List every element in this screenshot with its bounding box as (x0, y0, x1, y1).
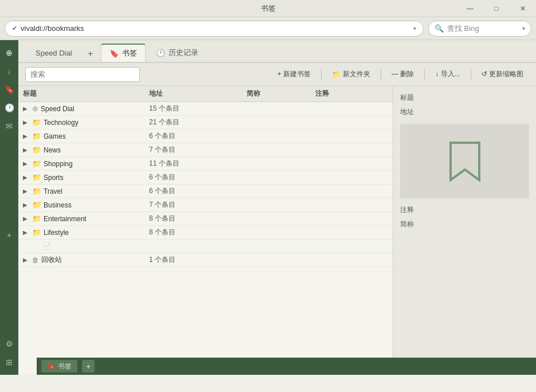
tab-history[interactable]: 🕐 历史记录 (148, 44, 206, 62)
list-item[interactable]: 📄 (18, 240, 393, 253)
lock-icon: ✔ (12, 25, 17, 32)
new-folder-button[interactable]: 📁 新文件夹 (326, 67, 376, 82)
list-item[interactable]: ▶ 📁 News 7 个条目 (18, 143, 393, 157)
delete-button[interactable]: — 删除 (386, 67, 420, 82)
preview-bookmark-svg (448, 140, 482, 183)
bookmark-preview (400, 124, 529, 198)
speeddial-icon: ⊕ (32, 104, 38, 113)
row-title-text: Technology (44, 119, 79, 127)
status-tab-bookmarks[interactable]: 🔖 书签 (41, 360, 77, 373)
row-toggle-icon: ▶ (23, 119, 30, 126)
panel-address-section: 地址 (400, 107, 529, 117)
row-address: 6 个条目 (149, 131, 247, 141)
sidebar-icon-history[interactable]: 🕐 (1, 100, 17, 116)
sidebar-icon-bookmark[interactable]: 🔖 (1, 81, 17, 97)
panel-note-section: 注释 (400, 205, 529, 215)
status-add-button[interactable]: + (82, 360, 95, 373)
panel-title-section: 标题 (400, 93, 529, 103)
col-title-header: 标题 (23, 89, 149, 99)
maximize-button[interactable]: □ (483, 0, 510, 17)
title-bar: 书签 — □ ✕ (0, 0, 536, 17)
row-address: 8 个条目 (149, 228, 247, 237)
bookmark-file-icon: 📄 (44, 242, 52, 250)
search-dropdown-icon[interactable]: ▾ (522, 25, 525, 32)
update-thumbnail-button[interactable]: ↺ 更新缩略图 (476, 67, 529, 82)
sidebar-icon-mail[interactable]: ✉ (1, 118, 17, 134)
toolbar-separator-1 (321, 69, 322, 80)
row-address: 11 个条目 (149, 159, 247, 168)
sidebar-icon-grid[interactable]: ⊞ (1, 354, 17, 370)
address-input[interactable]: ✔ vivaldi://bookmarks ▾ (5, 21, 424, 37)
toolbar-separator-2 (381, 69, 381, 80)
list-item[interactable]: ▶ ⊕ Speed Dial 15 个条目 (18, 102, 393, 116)
url-text: vivaldi://bookmarks (21, 24, 84, 33)
row-title-text: Speed Dial (41, 105, 75, 113)
search-box[interactable]: 🔍 查找 Bing ▾ (428, 21, 531, 37)
row-title-text: Lifestyle (44, 229, 69, 237)
row-address: 7 个条目 (149, 200, 247, 210)
sidebar-icon-settings[interactable]: ⚙ (1, 336, 17, 352)
row-title-text: Travel (44, 187, 62, 195)
tab-history-label: 历史记录 (169, 48, 198, 58)
toolbar-separator-4 (471, 69, 471, 80)
tab-speed-dial[interactable]: Speed Dial (28, 44, 80, 62)
row-toggle-icon: ▶ (23, 202, 30, 208)
history-tab-icon: 🕐 (156, 49, 165, 57)
panel-title-label: 标题 (400, 93, 529, 103)
list-item[interactable]: ▶ 📁 Games 6 个条目 (18, 130, 393, 143)
tab-add-button[interactable]: + (83, 46, 99, 62)
list-item[interactable]: ▶ 🗑 回收站 1 个条目 (18, 253, 393, 267)
row-address: 21 个条目 (149, 117, 247, 127)
list-item[interactable]: ▶ 📁 Business 7 个条目 (18, 198, 393, 212)
list-item[interactable]: ▶ 📁 Travel 6 个条目 (18, 185, 393, 198)
right-panel: 标题 地址 注释 简称 (393, 86, 536, 375)
sidebar-icon-add[interactable]: + (1, 227, 17, 243)
tab-bookmarks-label: 书签 (122, 48, 137, 58)
left-sidebar: ⊕ ↓ 🔖 🕐 ✉ + ⚙ ⊞ (0, 40, 18, 375)
row-address: 7 个条目 (149, 145, 247, 155)
sidebar-icon-download[interactable]: ↓ (1, 63, 17, 79)
new-bookmark-button[interactable]: + 新建书签 (272, 67, 316, 82)
tabs-bar: Speed Dial + 🔖 书签 🕐 历史记录 (18, 40, 536, 63)
list-item[interactable]: ▶ 📁 Entertainment 8 个条目 (18, 212, 393, 226)
list-item[interactable]: ▶ 📁 Sports 6 个条目 (18, 171, 393, 185)
row-toggle-icon: ▶ (23, 188, 30, 194)
row-title-text: News (44, 146, 61, 154)
search-input[interactable] (25, 67, 140, 82)
folder-icon: 📁 (32, 201, 41, 209)
folder-icon: 📁 (32, 187, 41, 195)
panel-note-label: 注释 (400, 205, 529, 215)
folder-icon: 📁 (32, 173, 41, 182)
folder-icon: 📁 (32, 132, 41, 140)
col-note-header: 注释 (315, 89, 388, 99)
panel-short-section: 简称 (400, 219, 529, 229)
row-toggle-icon: ▶ (23, 160, 30, 167)
row-toggle-icon: ▶ (23, 215, 30, 222)
address-dropdown-icon[interactable]: ▾ (413, 25, 416, 32)
row-toggle-icon: ▶ (23, 147, 30, 153)
bookmarks-area: + 新建书签 📁 新文件夹 — 删除 ↓ 导入... ↺ 更新缩略图 标题 地址… (18, 63, 536, 375)
row-toggle-icon: ▶ (23, 133, 30, 139)
tab-bookmarks[interactable]: 🔖 书签 (101, 44, 146, 62)
address-bar: ✔ vivaldi://bookmarks ▾ 🔍 查找 Bing ▾ (0, 17, 536, 40)
list-item[interactable]: ▶ 📁 Technology 21 个条目 (18, 116, 393, 130)
window-controls: — □ ✕ (457, 0, 536, 17)
main-content: Speed Dial + 🔖 书签 🕐 历史记录 + 新建书签 📁 新文件夹 —… (18, 40, 536, 375)
list-item[interactable]: ▶ 📁 Shopping 11 个条目 (18, 157, 393, 171)
close-button[interactable]: ✕ (510, 0, 536, 17)
row-address: 8 个条目 (149, 214, 247, 224)
minimize-button[interactable]: — (457, 0, 483, 17)
import-button[interactable]: ↓ 导入... (429, 67, 465, 82)
row-title-text: Business (44, 201, 72, 209)
list-item[interactable]: ▶ 📁 Lifestyle 8 个条目 (18, 226, 393, 240)
folder-icon: 📁 (32, 228, 41, 237)
row-title-text: 回收站 (41, 255, 62, 265)
status-tab-label: 书签 (58, 362, 72, 371)
search-placeholder: 查找 Bing (447, 23, 479, 34)
sidebar-icon-speeddial[interactable]: ⊕ (1, 45, 17, 61)
row-title-text: Games (44, 132, 66, 140)
row-toggle-icon: ▶ (23, 174, 30, 181)
list-header: 标题 地址 简称 注释 (18, 86, 393, 102)
row-address: 15 个条目 (149, 104, 247, 113)
row-title-text: Shopping (44, 160, 73, 168)
